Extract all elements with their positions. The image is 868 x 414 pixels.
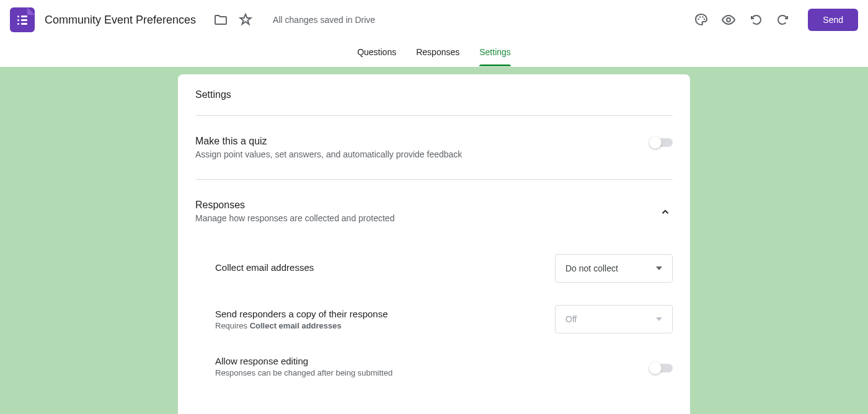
form-title[interactable]: Community Event Preferences: [45, 14, 196, 27]
collect-email-dropdown[interactable]: Do not collect: [555, 254, 673, 283]
undo-icon: [748, 12, 763, 27]
svg-point-4: [727, 18, 730, 22]
svg-point-0: [698, 19, 699, 20]
svg-point-2: [702, 16, 704, 17]
send-copy-desc: Requires Collect email addresses: [215, 321, 555, 330]
redo-button[interactable]: [771, 7, 795, 32]
svg-point-1: [699, 16, 701, 17]
send-copy-title: Send responders a copy of their response: [215, 309, 555, 319]
quiz-desc: Assign point values, set answers, and au…: [195, 149, 650, 159]
undo-button[interactable]: [743, 7, 768, 32]
send-copy-value: Off: [565, 314, 577, 324]
responses-title: Responses: [195, 200, 658, 211]
settings-card: Settings Make this a quiz Assign point v…: [178, 74, 690, 414]
responses-section: Responses Manage how responses are colle…: [195, 180, 673, 408]
customize-theme-button[interactable]: [689, 7, 714, 32]
send-button[interactable]: Send: [808, 9, 858, 31]
redo-icon: [776, 12, 790, 27]
settings-title: Settings: [195, 89, 673, 116]
send-copy-row: Send responders a copy of their response…: [215, 294, 673, 345]
save-status: All changes saved in Drive: [273, 15, 375, 25]
responses-collapse-button[interactable]: [658, 205, 673, 219]
palette-icon: [694, 12, 709, 27]
chevron-up-icon: [660, 206, 671, 218]
star-icon: [238, 12, 253, 27]
eye-icon: [721, 12, 736, 27]
allow-edit-desc: Responses can be changed after being sub…: [215, 368, 650, 377]
quiz-section: Make this a quiz Assign point values, se…: [195, 116, 673, 180]
tab-settings[interactable]: Settings: [479, 40, 511, 66]
tab-questions[interactable]: Questions: [357, 40, 396, 66]
allow-edit-title: Allow response editing: [215, 356, 650, 366]
move-to-folder-button[interactable]: [208, 7, 233, 32]
tab-responses[interactable]: Responses: [416, 40, 459, 66]
collect-email-row: Collect email addresses Do not collect: [215, 243, 673, 294]
collect-email-value: Do not collect: [565, 263, 618, 273]
dropdown-arrow-icon: [656, 317, 662, 321]
star-button[interactable]: [233, 7, 258, 32]
svg-point-3: [704, 19, 705, 20]
allow-edit-toggle[interactable]: [650, 364, 673, 372]
preview-button[interactable]: [716, 7, 741, 32]
dropdown-arrow-icon: [656, 266, 662, 270]
quiz-title: Make this a quiz: [195, 136, 650, 147]
tabs: Questions Responses Settings: [0, 40, 868, 67]
quiz-toggle[interactable]: [650, 138, 673, 147]
header: Community Event Preferences All changes …: [0, 0, 868, 40]
allow-edit-row: Allow response editing Responses can be …: [215, 345, 673, 389]
content-area: Settings Make this a quiz Assign point v…: [0, 67, 868, 414]
forms-logo[interactable]: [10, 7, 35, 32]
collect-email-title: Collect email addresses: [215, 262, 555, 273]
send-copy-dropdown: Off: [555, 305, 673, 333]
folder-icon: [213, 12, 228, 27]
responses-desc: Manage how responses are collected and p…: [195, 213, 658, 223]
